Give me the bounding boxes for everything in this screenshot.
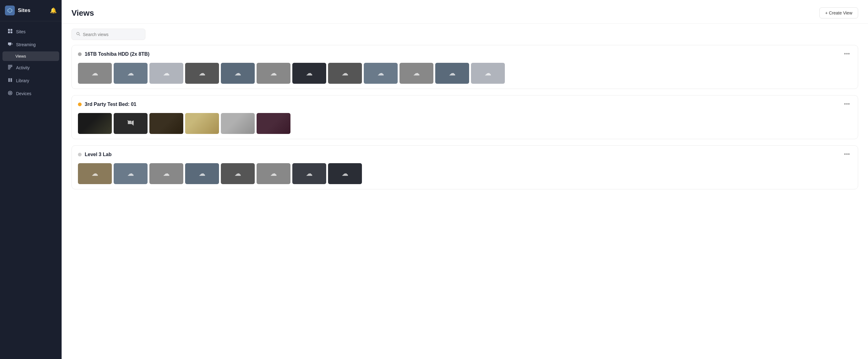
thumb-1-4[interactable]: ☁ bbox=[185, 63, 219, 84]
thumb-1-12[interactable]: ☁ bbox=[471, 63, 505, 84]
cloud-icon-3-8: ☁ bbox=[342, 170, 348, 178]
thumb-1-5[interactable]: ☁ bbox=[221, 63, 255, 84]
sidebar-item-devices[interactable]: Devices bbox=[2, 88, 59, 100]
thumb-2-2[interactable] bbox=[114, 113, 148, 134]
main-content: Views + Create View 16TB Toshiba HDD (2x… bbox=[62, 0, 868, 359]
library-icon bbox=[7, 77, 13, 84]
no-video-icon-2-2 bbox=[127, 120, 134, 127]
thumb-3-6[interactable]: ☁ bbox=[256, 163, 290, 184]
activity-icon bbox=[7, 65, 13, 71]
sidebar-item-sites-label: Sites bbox=[16, 29, 26, 34]
cloud-icon-1-8: ☁ bbox=[342, 69, 348, 77]
group-1-status-dot bbox=[78, 52, 82, 56]
cloud-icon-3-4: ☁ bbox=[199, 170, 206, 178]
cloud-icon-1-7: ☁ bbox=[306, 69, 313, 77]
group-1-more-button[interactable]: ••• bbox=[842, 50, 852, 58]
thumb-2-4[interactable] bbox=[185, 113, 219, 134]
thumb-1-3[interactable]: ☁ bbox=[149, 63, 183, 84]
sidebar-nav: Sites Streaming Views Activity Library bbox=[0, 21, 62, 359]
group-1-thumbnails: ☁ ☁ ☁ ☁ ☁ ☁ ☁ ☁ ☁ ☁ ☁ ☁ bbox=[72, 63, 858, 89]
thumb-3-2[interactable]: ☁ bbox=[114, 163, 148, 184]
svg-line-16 bbox=[79, 35, 81, 36]
search-container bbox=[62, 24, 868, 45]
svg-rect-11 bbox=[8, 66, 12, 67]
thumb-1-10[interactable]: ☁ bbox=[400, 63, 433, 84]
thumb-1-8[interactable]: ☁ bbox=[328, 63, 362, 84]
thumb-2-1[interactable] bbox=[78, 113, 112, 134]
search-input[interactable] bbox=[83, 32, 141, 37]
sidebar-item-streaming-label: Streaming bbox=[16, 42, 36, 47]
content-area: 16TB Toshiba HDD (2x 8TB) ••• ☁ ☁ ☁ ☁ ☁ … bbox=[62, 45, 868, 359]
svg-rect-4 bbox=[8, 31, 10, 33]
cloud-icon-1-10: ☁ bbox=[413, 69, 420, 77]
sidebar-item-views[interactable]: Views bbox=[2, 52, 59, 61]
view-group-3-header: Level 3 Lab ••• bbox=[72, 145, 858, 163]
view-group-2: 3rd Party Test Bed: 01 ••• bbox=[71, 95, 858, 139]
group-1-title: 16TB Toshiba HDD (2x 8TB) bbox=[85, 52, 839, 57]
thumb-2-5[interactable] bbox=[221, 113, 255, 134]
thumb-1-9[interactable]: ☁ bbox=[364, 63, 398, 84]
thumb-3-7[interactable]: ☁ bbox=[292, 163, 326, 184]
sidebar-item-activity[interactable]: Activity bbox=[2, 62, 59, 74]
page-title: Views bbox=[71, 8, 94, 18]
sidebar-item-library[interactable]: Library bbox=[2, 74, 59, 87]
thumb-3-8[interactable]: ☁ bbox=[328, 163, 362, 184]
sites-icon bbox=[7, 29, 13, 35]
group-3-title: Level 3 Lab bbox=[85, 152, 839, 157]
group-2-thumbnails bbox=[72, 113, 858, 139]
sidebar-item-devices-label: Devices bbox=[16, 91, 31, 96]
sidebar: Sites 🔔 Sites Streaming Views Activity bbox=[0, 0, 62, 359]
svg-point-15 bbox=[77, 32, 79, 35]
svg-rect-9 bbox=[10, 45, 10, 45]
thumb-2-6[interactable] bbox=[256, 113, 290, 134]
thumb-3-1[interactable]: ☁ bbox=[78, 163, 112, 184]
svg-rect-12 bbox=[8, 67, 11, 68]
group-3-thumbnails: ☁ ☁ ☁ ☁ ☁ ☁ ☁ ☁ bbox=[72, 163, 858, 189]
view-group-3: Level 3 Lab ••• ☁ ☁ ☁ ☁ ☁ ☁ ☁ ☁ bbox=[71, 145, 858, 189]
cloud-icon-1-3: ☁ bbox=[163, 69, 170, 77]
group-3-more-button[interactable]: ••• bbox=[842, 151, 852, 158]
view-group-2-header: 3rd Party Test Bed: 01 ••• bbox=[72, 95, 858, 113]
thumb-1-11[interactable]: ☁ bbox=[435, 63, 469, 84]
thumb-1-6[interactable]: ☁ bbox=[256, 63, 290, 84]
thumb-3-5[interactable]: ☁ bbox=[221, 163, 255, 184]
notification-icon[interactable]: 🔔 bbox=[50, 7, 57, 14]
sidebar-item-sites[interactable]: Sites bbox=[2, 26, 59, 38]
logo-icon bbox=[5, 5, 15, 15]
main-header: Views + Create View bbox=[62, 0, 868, 24]
cloud-icon-1-6: ☁ bbox=[270, 69, 277, 77]
view-group-1: 16TB Toshiba HDD (2x 8TB) ••• ☁ ☁ ☁ ☁ ☁ … bbox=[71, 45, 858, 89]
thumb-1-1[interactable]: ☁ bbox=[78, 63, 112, 84]
cloud-icon-3-2: ☁ bbox=[127, 170, 134, 178]
group-2-title: 3rd Party Test Bed: 01 bbox=[85, 102, 839, 107]
svg-rect-2 bbox=[8, 29, 10, 31]
svg-rect-6 bbox=[8, 42, 11, 45]
cloud-icon-1-11: ☁ bbox=[449, 69, 456, 77]
thumb-1-2[interactable]: ☁ bbox=[114, 63, 148, 84]
cloud-icon-3-1: ☁ bbox=[91, 170, 98, 178]
streaming-icon bbox=[7, 41, 13, 48]
sidebar-item-library-label: Library bbox=[16, 78, 29, 83]
cloud-icon-1-4: ☁ bbox=[199, 69, 206, 77]
cloud-icon-3-3: ☁ bbox=[163, 170, 170, 178]
sidebar-item-streaming[interactable]: Streaming bbox=[2, 38, 59, 51]
sidebar-item-views-label: Views bbox=[16, 54, 26, 59]
sidebar-item-activity-label: Activity bbox=[16, 65, 30, 70]
devices-icon bbox=[7, 91, 13, 97]
thumb-2-3[interactable] bbox=[149, 113, 183, 134]
svg-point-14 bbox=[10, 93, 11, 94]
cloud-icon-3-5: ☁ bbox=[235, 170, 241, 178]
thumb-3-3[interactable]: ☁ bbox=[149, 163, 183, 184]
cloud-icon-1-9: ☁ bbox=[377, 69, 384, 77]
group-2-more-button[interactable]: ••• bbox=[842, 100, 852, 108]
thumb-1-7[interactable]: ☁ bbox=[292, 63, 326, 84]
cloud-icon-1-1: ☁ bbox=[91, 69, 98, 77]
svg-rect-13 bbox=[8, 69, 10, 69]
group-3-status-dot bbox=[78, 153, 82, 156]
create-view-button[interactable]: + Create View bbox=[819, 7, 858, 19]
svg-rect-5 bbox=[10, 31, 12, 33]
thumb-3-4[interactable]: ☁ bbox=[185, 163, 219, 184]
cloud-icon-1-5: ☁ bbox=[235, 69, 241, 77]
view-group-1-header: 16TB Toshiba HDD (2x 8TB) ••• bbox=[72, 45, 858, 63]
sidebar-header: Sites 🔔 bbox=[0, 0, 62, 21]
